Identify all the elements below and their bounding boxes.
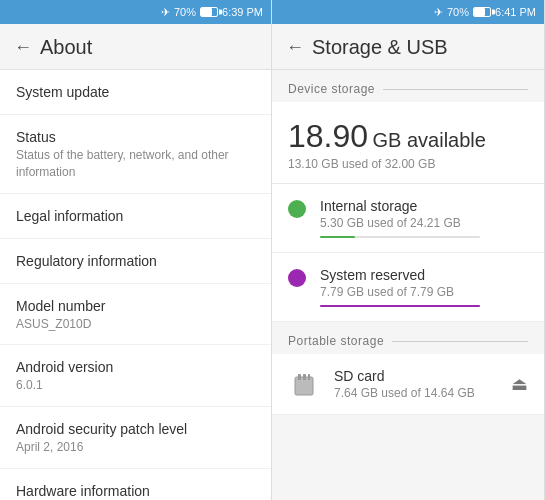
back-button[interactable]: ← xyxy=(286,37,304,58)
section-label: Device storage xyxy=(288,82,375,96)
system-reserved-name: System reserved xyxy=(320,267,480,283)
internal-storage-item[interactable]: Internal storage 5.30 GB used of 24.21 G… xyxy=(272,184,544,253)
menu-item-android-security-patch[interactable]: Android security patch level April 2, 20… xyxy=(0,407,271,469)
system-reserved-item[interactable]: System reserved 7.79 GB used of 7.79 GB xyxy=(272,253,544,322)
eject-icon[interactable]: ⏏ xyxy=(511,373,528,395)
internal-storage-info: Internal storage 5.30 GB used of 24.21 G… xyxy=(320,198,480,238)
internal-storage-name: Internal storage xyxy=(320,198,480,214)
storage-content: Device storage 18.90 GB available 13.10 … xyxy=(272,70,544,500)
system-reserved-progress-bar xyxy=(320,305,480,307)
system-reserved-progress-fill xyxy=(320,305,480,307)
menu-item-regulatory-information[interactable]: Regulatory information xyxy=(0,239,271,284)
menu-item-subtitle: 6.0.1 xyxy=(16,377,255,394)
about-header: ← About xyxy=(0,24,271,70)
menu-item-title: Regulatory information xyxy=(16,253,255,269)
available-display: 18.90 GB available xyxy=(288,118,528,155)
back-button[interactable]: ← xyxy=(14,37,32,58)
right-panel: ✈ 70% 6:41 PM ← Storage & USB Device sto… xyxy=(272,0,545,500)
sd-card-detail: 7.64 GB used of 14.64 GB xyxy=(334,386,475,400)
battery-percent: 70% xyxy=(174,6,196,18)
menu-item-subtitle: April 2, 2016 xyxy=(16,439,255,456)
internal-storage-dot xyxy=(288,200,306,218)
used-text: 13.10 GB used of 32.00 GB xyxy=(288,157,528,171)
menu-item-title: Android security patch level xyxy=(16,421,255,437)
sd-card-row: SD card 7.64 GB used of 14.64 GB ⏏ xyxy=(334,368,528,400)
menu-item-title: Android version xyxy=(16,359,255,375)
time: 6:39 PM xyxy=(222,6,263,18)
battery-icon xyxy=(200,7,218,17)
sd-card-text: SD card 7.64 GB used of 14.64 GB xyxy=(334,368,475,400)
svg-rect-2 xyxy=(298,374,301,380)
battery-percent: 70% xyxy=(447,6,469,18)
menu-item-android-version[interactable]: Android version 6.0.1 xyxy=(0,345,271,407)
menu-item-hardware-information[interactable]: Hardware information Wi-fi, bluetooth, f… xyxy=(0,469,271,500)
page-title: About xyxy=(40,36,92,59)
battery-fill xyxy=(474,8,485,16)
page-title: Storage & USB xyxy=(312,36,448,59)
storage-available-block: 18.90 GB available 13.10 GB used of 32.0… xyxy=(272,102,544,184)
sd-card-item[interactable]: SD card 7.64 GB used of 14.64 GB ⏏ xyxy=(272,354,544,415)
battery-icon xyxy=(473,7,491,17)
internal-storage-progress-bar xyxy=(320,236,480,238)
sd-card-icon xyxy=(288,368,320,400)
battery-fill xyxy=(201,8,212,16)
left-status-bar: ✈ 70% 6:39 PM xyxy=(0,0,271,24)
available-gb-unit: GB available xyxy=(373,129,486,151)
right-status-bar: ✈ 70% 6:41 PM xyxy=(272,0,544,24)
left-panel: ✈ 70% 6:39 PM ← About System update Stat… xyxy=(0,0,272,500)
available-gb-number: 18.90 xyxy=(288,118,368,154)
menu-item-legal-information[interactable]: Legal information xyxy=(0,194,271,239)
time: 6:41 PM xyxy=(495,6,536,18)
system-reserved-detail: 7.79 GB used of 7.79 GB xyxy=(320,285,480,299)
internal-storage-progress-fill xyxy=(320,236,355,238)
sd-card-name: SD card xyxy=(334,368,475,384)
menu-item-title: System update xyxy=(16,84,255,100)
menu-item-system-update[interactable]: System update xyxy=(0,70,271,115)
svg-rect-4 xyxy=(308,374,310,380)
portable-section-label: Portable storage xyxy=(288,334,384,348)
menu-item-title: Hardware information xyxy=(16,483,255,499)
device-storage-section-header: Device storage xyxy=(272,70,544,102)
airplane-icon: ✈ xyxy=(434,6,443,19)
menu-item-title: Legal information xyxy=(16,208,255,224)
menu-item-model-number[interactable]: Model number ASUS_Z010D xyxy=(0,284,271,346)
about-menu-list: System update Status Status of the batte… xyxy=(0,70,271,500)
system-reserved-dot xyxy=(288,269,306,287)
airplane-icon: ✈ xyxy=(161,6,170,19)
menu-item-title: Status xyxy=(16,129,255,145)
system-reserved-info: System reserved 7.79 GB used of 7.79 GB xyxy=(320,267,480,307)
internal-storage-detail: 5.30 GB used of 24.21 GB xyxy=(320,216,480,230)
svg-rect-3 xyxy=(303,374,306,380)
portable-storage-section-header: Portable storage xyxy=(272,322,544,354)
menu-item-title: Model number xyxy=(16,298,255,314)
menu-item-subtitle: ASUS_Z010D xyxy=(16,316,255,333)
menu-item-subtitle: Status of the battery, network, and othe… xyxy=(16,147,255,181)
sd-card-info: SD card 7.64 GB used of 14.64 GB ⏏ xyxy=(334,368,528,400)
menu-item-status[interactable]: Status Status of the battery, network, a… xyxy=(0,115,271,194)
storage-header: ← Storage & USB xyxy=(272,24,544,70)
